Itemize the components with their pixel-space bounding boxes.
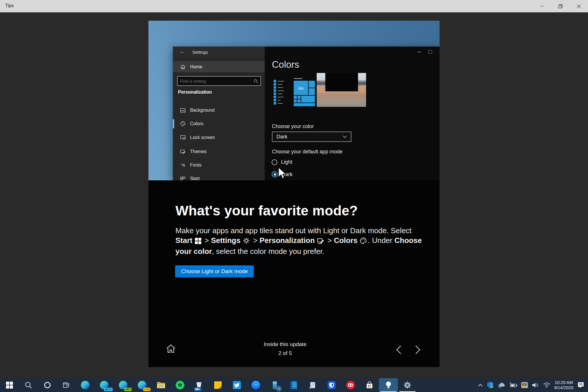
- lock-screen-icon: [180, 135, 186, 140]
- settings-search-input: [178, 79, 254, 84]
- task-view-button[interactable]: [57, 378, 76, 392]
- edge-beta-badge: BETA: [104, 388, 113, 391]
- windows-logo-icon: [195, 237, 201, 246]
- tip-card: ← Settings Home: [148, 21, 440, 367]
- personalization-icon: [317, 237, 324, 246]
- taskbar-journal-button[interactable]: [284, 378, 303, 392]
- chevron-down-icon: [343, 136, 347, 138]
- settings-window-screenshot: ← Settings Home: [173, 47, 440, 180]
- taskbar-sticky-notes-button[interactable]: [208, 378, 227, 392]
- colors-page-title: Colors: [272, 59, 299, 70]
- settings-search-box: [177, 76, 261, 86]
- settings-sidebar-item-fonts: AA Fonts: [173, 160, 265, 170]
- task-view-icon: [63, 381, 70, 389]
- edge-canary-badge: CAN: [143, 388, 151, 391]
- chevron-left-icon: [396, 345, 402, 354]
- taskbar-your-phone-button[interactable]: 11: [265, 378, 284, 392]
- tray-onedrive-button[interactable]: [498, 382, 506, 388]
- sticky-notes-icon: [214, 381, 222, 389]
- taskbar-notepad-button[interactable]: [303, 378, 322, 392]
- home-outline-icon: [166, 344, 176, 353]
- taskbar-edge-canary-button[interactable]: CAN: [133, 378, 152, 392]
- settings-sidebar-item-colors: Colors: [173, 119, 265, 129]
- preview-dark-window-cutout: [325, 73, 358, 91]
- tip-body-line2: Start > Settings > Personalization > Col…: [175, 235, 422, 246]
- cortana-button[interactable]: [38, 378, 57, 392]
- wifi-icon: [543, 382, 550, 388]
- taskbar-file-explorer-button[interactable]: [152, 378, 171, 392]
- titlebar[interactable]: Tips: [0, 0, 588, 12]
- color-mode-dropdown: Dark: [272, 132, 351, 142]
- tray-clock[interactable]: 10:20 AM 8/14/2020: [554, 380, 573, 390]
- next-tip-button[interactable]: [411, 343, 424, 356]
- screenshot-app-icon: [521, 382, 528, 388]
- notepad-icon: [309, 381, 317, 389]
- start-button[interactable]: [0, 378, 19, 392]
- taskbar-mail-button[interactable]: 99+: [189, 378, 208, 392]
- section-label: Inside this update: [242, 341, 328, 347]
- taskbar-authy-button[interactable]: [341, 378, 360, 392]
- taskbar-settings-button[interactable]: [398, 378, 417, 392]
- microsoft-store-icon: [365, 381, 374, 389]
- settings-gear-icon: [403, 381, 411, 389]
- colors-palette-icon: [180, 121, 186, 126]
- taskbar-edge-beta-button[interactable]: BETA: [95, 378, 114, 392]
- tray-date: 8/14/2020: [554, 385, 573, 390]
- action-center-button[interactable]: [577, 382, 585, 389]
- twitter-icon: [233, 381, 241, 389]
- chevron-right-icon: [415, 345, 421, 354]
- taskbar-messenger-button[interactable]: [246, 378, 265, 392]
- radio-unselected-icon: [272, 159, 277, 165]
- tray-volume-button[interactable]: [532, 382, 539, 388]
- taskbar-twitter-button[interactable]: [227, 378, 246, 392]
- tray-network-button[interactable]: [543, 382, 550, 388]
- sidebar-item-label: Start: [190, 176, 200, 180]
- back-arrow-icon: ←: [180, 49, 185, 55]
- spotify-icon: [176, 381, 184, 389]
- gear-icon: [243, 237, 250, 246]
- tip-body: Make your apps and app tiles stand out w…: [175, 226, 422, 256]
- close-button[interactable]: [570, 0, 588, 12]
- taskbar-bitwarden-button[interactable]: [322, 378, 341, 392]
- chevron-up-icon: [478, 384, 483, 387]
- settings-content-pane: Colors Aa: [265, 47, 440, 180]
- onedrive-cloud-icon: [498, 382, 506, 388]
- fonts-icon: AA: [180, 163, 186, 167]
- window-title: Tips: [5, 3, 14, 8]
- tip-heading: What's your favorite mode?: [175, 203, 358, 219]
- settings-header: ← Settings: [173, 47, 265, 58]
- home-icon: [180, 65, 186, 69]
- app-mode-label: Choose your default app mode: [272, 149, 343, 155]
- tray-battery-button[interactable]: [509, 383, 517, 388]
- tray-snip-button[interactable]: [521, 382, 528, 388]
- taskbar-tips-button[interactable]: [379, 378, 398, 392]
- taskbar-spotify-button[interactable]: [171, 378, 189, 392]
- journal-icon: [290, 381, 297, 389]
- window-controls: [533, 0, 588, 12]
- start-icon: [6, 382, 13, 389]
- settings-sidebar-item-start: Start: [173, 173, 265, 180]
- tip-body-line3: your color, select the color mode you pr…: [175, 246, 422, 256]
- taskbar-edge-button[interactable]: [76, 378, 95, 392]
- battery-charging-icon: [509, 383, 517, 388]
- restore-icon: [558, 4, 562, 8]
- sidebar-item-label: Themes: [190, 149, 207, 154]
- taskbar-store-button[interactable]: [360, 378, 379, 392]
- previous-tip-button[interactable]: [392, 343, 405, 356]
- mouse-cursor-icon: [278, 167, 288, 180]
- selection-bar: [173, 119, 174, 128]
- minimize-button[interactable]: [533, 0, 551, 12]
- choose-mode-button[interactable]: Choose Light or Dark mode: [175, 265, 254, 277]
- preview-wallpaper-thumbnail: [317, 73, 366, 107]
- hero-screenshot: ← Settings Home: [148, 21, 440, 180]
- taskbar-search-button[interactable]: [19, 378, 38, 392]
- tray-security-button[interactable]: [486, 381, 494, 389]
- radio-light-label: Light: [281, 159, 292, 165]
- your-phone-count-badge: 11: [276, 386, 281, 391]
- tips-home-button[interactable]: [165, 343, 177, 354]
- color-dropdown-value: Dark: [276, 134, 287, 140]
- restore-button[interactable]: [551, 0, 570, 12]
- tips-footer-labels: Inside this update 2 of 5: [242, 341, 328, 356]
- tray-chevron-up-button[interactable]: [478, 384, 483, 387]
- taskbar-edge-dev-button[interactable]: DEV: [114, 378, 133, 392]
